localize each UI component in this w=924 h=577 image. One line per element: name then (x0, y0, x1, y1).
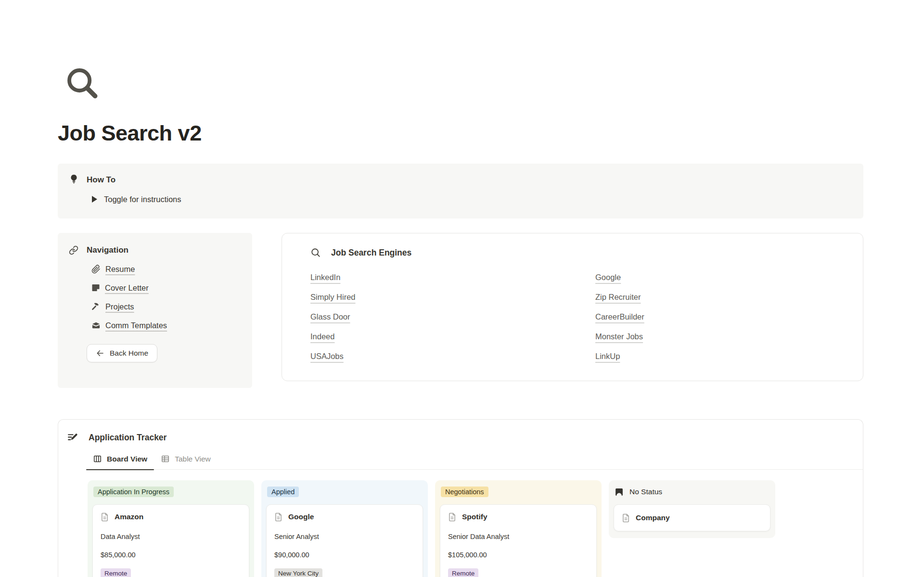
list-item: LinkUp (595, 352, 834, 360)
engines-heading: Job Search Engines (331, 248, 411, 258)
tab-label: Table View (175, 455, 211, 463)
nav-item-comm-templates[interactable]: Comm Templates (91, 320, 241, 331)
card-salary: $105,000.00 (448, 551, 589, 559)
tab-label: Board View (107, 455, 147, 463)
nav-link-label[interactable]: Resume (105, 265, 135, 274)
application-tracker-card: Application Tracker Board View (58, 419, 863, 577)
toggle-triangle-icon[interactable] (92, 196, 97, 203)
board-column-no-status: No Status (609, 480, 775, 538)
engine-link-zip-recruiter[interactable]: Zip Recruiter (595, 293, 641, 301)
how-to-heading: How To (87, 175, 116, 185)
engine-link-monster-jobs[interactable]: Monster Jobs (595, 332, 643, 341)
card-company: Google (288, 513, 314, 521)
list-item: Indeed (310, 332, 572, 340)
card-company: Amazon (115, 513, 143, 521)
paperclip-icon (91, 265, 101, 274)
kanban-board: Application In Progress (88, 480, 863, 577)
card-location-tag: Remote (101, 568, 131, 577)
status-label[interactable]: No Status (629, 487, 662, 496)
nav-link-label[interactable]: Comm Templates (105, 321, 167, 330)
list-item: Glass Door (310, 312, 572, 321)
page-title: Job Search v2 (58, 121, 863, 146)
engine-link-glass-door[interactable]: Glass Door (310, 312, 350, 321)
nav-item-projects[interactable]: Projects (91, 301, 241, 312)
inbox-icon (91, 321, 101, 330)
note-icon (91, 283, 100, 292)
card-role: Senior Data Analyst (448, 533, 589, 540)
list-item: Zip Recruiter (595, 293, 834, 301)
engine-link-simply-hired[interactable]: Simply Hired (310, 293, 356, 301)
board-view-icon (93, 454, 102, 463)
compose-icon (67, 432, 79, 444)
board-column-negotiations: Negotiations (435, 480, 602, 577)
card-role: Data Analyst (101, 533, 241, 540)
job-search-engines-card: Job Search Engines LinkedIn Simply Hired… (282, 233, 863, 381)
toggle-label: Toggle for instructions (104, 195, 181, 204)
tracker-heading: Application Tracker (89, 433, 167, 443)
hammer-icon (91, 302, 101, 311)
document-icon (448, 513, 456, 522)
card-location-tag: New York City (274, 568, 322, 577)
engine-link-usajobs[interactable]: USAJobs (310, 352, 344, 360)
status-badge[interactable]: Negotiations (441, 487, 488, 497)
card-role: Senior Analyst (274, 533, 415, 540)
engine-link-linkup[interactable]: LinkUp (595, 352, 620, 360)
card-company: Spotify (462, 513, 488, 521)
document-icon (274, 513, 282, 522)
list-item: CareerBuilder (595, 312, 834, 321)
list-item: LinkedIn (310, 273, 572, 281)
nav-link-label[interactable]: Cover Letter (105, 283, 149, 293)
nav-item-cover-letter[interactable]: Cover Letter (91, 282, 241, 293)
document-icon (622, 513, 630, 523)
engine-link-careerbuilder[interactable]: CareerBuilder (595, 312, 644, 321)
status-badge[interactable]: Application In Progress (93, 487, 174, 497)
engine-link-linkedin[interactable]: LinkedIn (310, 273, 340, 282)
arrow-left-icon (96, 349, 104, 358)
navigation-heading: Navigation (87, 245, 128, 255)
lightbulb-icon (69, 174, 78, 186)
back-home-button[interactable]: Back Home (87, 344, 157, 362)
nav-link-label[interactable]: Projects (105, 302, 134, 311)
nav-item-resume[interactable]: Resume (91, 264, 241, 274)
board-card-amazon[interactable]: Amazon Data Analyst $85,000.00 Remote (92, 504, 249, 577)
status-badge[interactable]: Applied (267, 487, 299, 497)
table-view-icon (161, 454, 170, 463)
board-card-company[interactable]: Company (614, 504, 770, 531)
how-to-callout: How To Toggle for instructions (58, 164, 863, 218)
card-salary: $90,000.00 (274, 551, 415, 559)
tab-board-view[interactable]: Board View (86, 452, 154, 470)
link-icon (69, 245, 78, 255)
document-icon (101, 513, 109, 522)
list-item: Google (595, 273, 834, 281)
card-location-tag: Remote (448, 568, 478, 577)
list-item: Monster Jobs (595, 332, 834, 340)
tab-table-view[interactable]: Table View (154, 452, 218, 470)
engine-link-google[interactable]: Google (595, 273, 621, 282)
navigation-panel: Navigation Resume (58, 233, 252, 388)
engine-link-indeed[interactable]: Indeed (310, 332, 334, 341)
page-icon-search-icon[interactable] (63, 64, 101, 102)
back-home-label: Back Home (110, 349, 148, 358)
board-column-applied: Applied (261, 480, 428, 577)
list-item: USAJobs (310, 352, 572, 360)
search-icon (310, 247, 321, 258)
instructions-toggle[interactable]: Toggle for instructions (92, 193, 852, 205)
card-company: Company (636, 513, 670, 522)
board-column-application-in-progress: Application In Progress (88, 480, 254, 577)
card-salary: $85,000.00 (101, 551, 241, 559)
board-card-spotify[interactable]: Spotify Senior Data Analyst $105,000.00 … (440, 504, 597, 577)
list-item: Simply Hired (310, 293, 572, 301)
view-tabs: Board View Table View (86, 452, 863, 470)
board-card-google[interactable]: Google Senior Analyst $90,000.00 New Yor… (266, 504, 423, 577)
no-status-icon (615, 487, 624, 497)
